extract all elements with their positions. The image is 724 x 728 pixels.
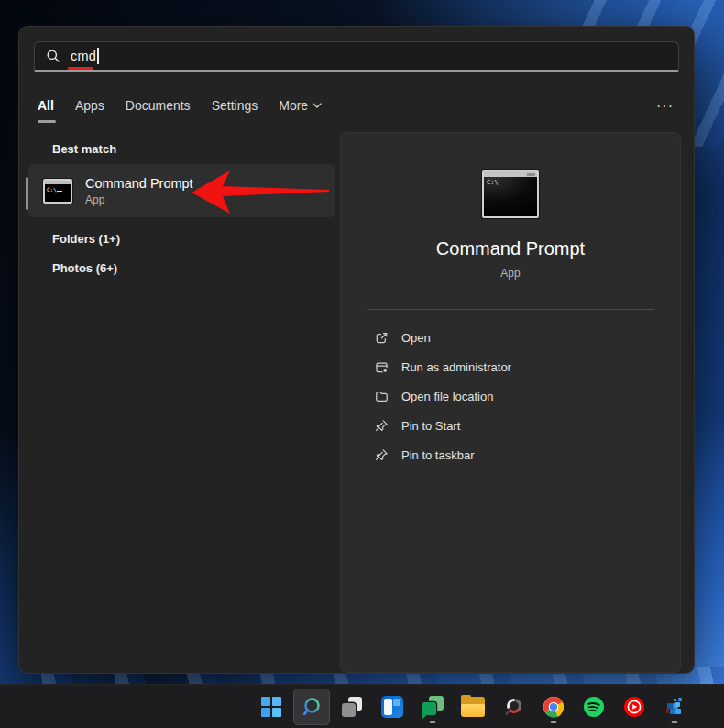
widgets-button[interactable] — [374, 689, 411, 725]
result-preview-panel: C:\ Command Prompt App Open Run as ad — [340, 132, 681, 673]
search-filter-tabs: All Apps Documents Settings More ··· — [38, 93, 679, 120]
chat-app-button[interactable] — [414, 689, 451, 725]
search-icon — [46, 49, 60, 63]
search-query-text: cmd — [71, 49, 96, 63]
action-open[interactable]: Open — [341, 323, 680, 352]
start-button[interactable] — [253, 689, 290, 725]
more-options-icon[interactable]: ··· — [651, 98, 679, 115]
chat-icon — [422, 696, 444, 718]
section-photos[interactable]: Photos (6+) — [52, 261, 117, 275]
tab-more[interactable]: More — [279, 98, 322, 115]
action-list: Open Run as administrator Open file loca… — [341, 323, 680, 469]
blue-cube-app-icon — [663, 695, 686, 719]
run-admin-icon — [374, 359, 389, 375]
action-open-file-location[interactable]: Open file location — [341, 381, 680, 411]
running-indicator — [672, 721, 678, 723]
file-explorer-button[interactable] — [455, 689, 491, 725]
search-input[interactable]: cmd — [34, 41, 679, 72]
file-explorer-icon — [461, 697, 485, 717]
divider — [367, 309, 654, 310]
lens-app-icon — [501, 695, 525, 719]
windows-logo-icon — [261, 697, 281, 717]
search-magnifier-icon — [300, 695, 324, 719]
pin-icon — [374, 447, 389, 463]
taskbar — [0, 684, 724, 728]
red-underline-annotation — [68, 67, 93, 71]
tab-apps[interactable]: Apps — [75, 98, 104, 115]
desktop: { "search": { "query": "cmd", "annotatio… — [0, 0, 724, 728]
running-indicator — [551, 721, 557, 723]
spotify-icon — [582, 695, 606, 719]
search-flyout-window: cmd All Apps Documents Settings More ···… — [18, 26, 695, 674]
tab-documents[interactable]: Documents — [126, 98, 191, 115]
spotify-button[interactable] — [576, 689, 612, 725]
best-match-result-command-prompt[interactable]: C:\ Command Prompt App — [28, 164, 335, 217]
result-subtitle: App — [85, 193, 193, 206]
section-folders[interactable]: Folders (1+) — [52, 232, 120, 246]
command-prompt-icon-large: C:\ — [482, 170, 539, 218]
action-pin-to-start[interactable]: Pin to Start — [341, 411, 680, 440]
task-view-icon — [341, 696, 363, 718]
best-match-heading: Best match — [52, 142, 116, 156]
lens-app-button[interactable] — [495, 689, 532, 725]
folder-outline-icon — [374, 389, 389, 404]
chrome-button[interactable] — [535, 689, 572, 725]
preview-app-subtitle: App — [341, 267, 680, 280]
widgets-icon — [381, 696, 403, 718]
taskbar-search-button[interactable] — [293, 689, 330, 725]
chrome-icon — [542, 695, 565, 719]
chevron-down-icon — [313, 103, 322, 108]
result-title: Command Prompt — [85, 176, 193, 191]
running-indicator — [430, 721, 436, 723]
pin-icon — [374, 418, 389, 434]
open-external-icon — [374, 330, 389, 346]
tab-all[interactable]: All — [38, 98, 54, 115]
action-pin-to-taskbar[interactable]: Pin to taskbar — [341, 440, 680, 469]
action-run-as-administrator[interactable]: Run as administrator — [341, 352, 680, 381]
tab-settings[interactable]: Settings — [212, 98, 258, 115]
text-caret — [97, 48, 99, 64]
task-view-button[interactable] — [334, 689, 370, 725]
preview-app-title: Command Prompt — [341, 238, 680, 259]
command-prompt-icon: C:\ — [43, 179, 72, 204]
blue-cube-app-button[interactable] — [656, 689, 693, 725]
youtube-music-button[interactable] — [616, 689, 653, 725]
youtube-music-icon — [622, 695, 646, 719]
